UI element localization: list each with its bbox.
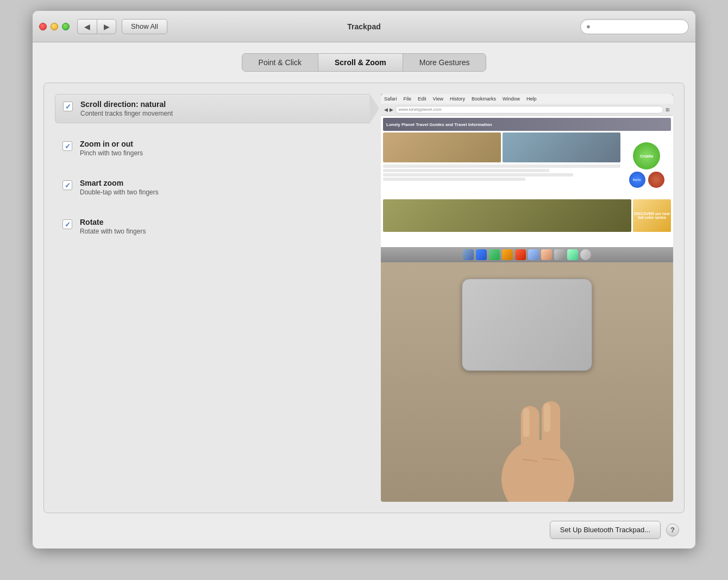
option-zoom-in-out[interactable]: Zoom in or out Pinch with two fingers	[55, 134, 370, 162]
trackpad-surface	[462, 279, 592, 371]
option-smart-zoom-subtitle: Double-tap with two fingers	[80, 188, 159, 196]
dock-icon-5	[515, 249, 526, 260]
fake-menu-history: History	[450, 96, 465, 102]
fake-menu-safari: Safari	[384, 96, 397, 102]
hand-illustration	[484, 377, 592, 502]
svg-rect-4	[544, 403, 551, 432]
options-panel: Scroll direction: natural Content tracks…	[55, 94, 370, 502]
checkbox-scroll-direction[interactable]	[63, 102, 73, 111]
fake-url-bar: www.lonelyplanet.com	[396, 106, 663, 114]
dock-icon-2	[476, 249, 487, 260]
option-smart-zoom[interactable]: Smart zoom Double-tap with two fingers	[55, 173, 370, 201]
option-rotate-subtitle: Rotate with two fingers	[80, 228, 146, 235]
dock-icon-6	[528, 249, 539, 260]
checkbox-smart-zoom[interactable]	[62, 180, 72, 190]
fake-circle-blue: Berlin	[629, 172, 645, 188]
option-rotate[interactable]: Rotate Rotate with two fingers	[55, 212, 370, 241]
search-input[interactable]	[593, 22, 685, 30]
dock-icon-7	[541, 249, 552, 260]
main-panel: Scroll direction: natural Content tracks…	[43, 83, 685, 513]
preview-panel: Safari File Edit View History Bookmarks …	[381, 94, 673, 502]
option-scroll-direction-title: Scroll direction: natural	[80, 100, 173, 109]
option-zoom-in-out-text: Zoom in or out Pinch with two fingers	[80, 140, 143, 157]
nav-buttons: ◀ ▶	[77, 19, 116, 34]
fake-menubar: Safari File Edit View History Bookmarks …	[381, 94, 673, 104]
fake-text-3	[383, 173, 573, 176]
tab-point-click[interactable]: Point & Click	[242, 54, 318, 71]
tab-scroll-zoom[interactable]: Scroll & Zoom	[318, 54, 403, 71]
fake-img-leopard	[383, 199, 631, 232]
maximize-button[interactable]	[62, 23, 70, 30]
show-all-button[interactable]: Show All	[122, 19, 167, 34]
dock-icon-9	[567, 249, 578, 260]
option-zoom-in-out-title: Zoom in or out	[80, 140, 143, 148]
traffic-lights	[39, 23, 70, 30]
dock-icon-3	[489, 249, 500, 260]
fake-banner-text: Lonely Planet Travel Guides and Travel I…	[386, 122, 492, 127]
setup-bluetooth-button[interactable]: Set Up Bluetooth Trackpad...	[550, 521, 661, 539]
help-button[interactable]: ?	[666, 524, 679, 537]
fake-bottom-row: DISCOVER our new full color series	[383, 199, 671, 232]
fake-left-col	[383, 133, 620, 198]
option-zoom-in-out-subtitle: Pinch with two fingers	[80, 149, 143, 157]
minimize-button[interactable]	[51, 23, 58, 30]
fake-toolbar: ◀ ▶ www.lonelyplanet.com ⊞	[381, 104, 673, 116]
svg-rect-3	[523, 408, 530, 437]
dock-icon-1	[463, 249, 474, 260]
checkbox-rotate[interactable]	[62, 219, 72, 229]
fake-menu-file: File	[404, 96, 412, 102]
option-scroll-direction-subtitle: Content tracks finger movement	[80, 110, 173, 117]
preview-trackpad	[381, 262, 673, 502]
fake-browser: Safari File Edit View History Bookmarks …	[381, 94, 673, 262]
preview-screen: Safari File Edit View History Bookmarks …	[381, 94, 673, 262]
dock-icon-4	[502, 249, 513, 260]
fake-ad: DISCOVER our new full color series	[633, 199, 671, 232]
dock-icon-8	[554, 249, 565, 260]
option-smart-zoom-text: Smart zoom Double-tap with two fingers	[80, 179, 159, 196]
search-box: ●	[580, 19, 689, 34]
back-button[interactable]: ◀	[77, 19, 97, 34]
option-rotate-text: Rotate Rotate with two fingers	[80, 218, 146, 235]
titlebar: ◀ ▶ Show All Trackpad ●	[33, 11, 695, 42]
fake-menu-help: Help	[526, 96, 537, 102]
tab-container: Point & Click Scroll & Zoom More Gesture…	[242, 53, 487, 72]
fake-menu-edit: Edit	[418, 96, 426, 102]
fake-url-text: www.lonelyplanet.com	[399, 107, 442, 112]
checkbox-zoom-in-out[interactable]	[62, 141, 72, 151]
fake-menu-bookmarks: Bookmarks	[472, 96, 496, 102]
fake-dock	[381, 247, 673, 262]
tab-more-gestures[interactable]: More Gestures	[403, 54, 486, 71]
fake-columns: Croatia Berlin	[383, 133, 671, 198]
option-rotate-title: Rotate	[80, 218, 146, 226]
option-scroll-direction-text: Scroll direction: natural Content tracks…	[80, 100, 173, 117]
fake-content: Lonely Planet Travel Guides and Travel I…	[381, 116, 673, 247]
fake-banner: Lonely Planet Travel Guides and Travel I…	[383, 118, 671, 131]
fake-menu-window: Window	[503, 96, 520, 102]
main-window: ◀ ▶ Show All Trackpad ● Point & Click Sc…	[33, 11, 695, 549]
content-area: Point & Click Scroll & Zoom More Gesture…	[33, 42, 695, 549]
fake-text-4	[383, 178, 525, 181]
dock-icon-10	[580, 249, 591, 260]
option-smart-zoom-title: Smart zoom	[80, 179, 159, 187]
fake-text-1	[383, 165, 620, 168]
fake-right-col: Croatia Berlin	[622, 133, 671, 198]
fake-menu-view: View	[433, 96, 443, 102]
fake-ad-text: DISCOVER our new full color series	[633, 211, 671, 220]
tabs-row: Point & Click Scroll & Zoom More Gesture…	[43, 53, 685, 72]
option-scroll-direction[interactable]: Scroll direction: natural Content tracks…	[55, 94, 370, 123]
search-icon: ●	[586, 22, 591, 30]
forward-button[interactable]: ▶	[97, 19, 116, 34]
bottom-bar: Set Up Bluetooth Trackpad... ?	[43, 513, 685, 543]
window-title: Trackpad	[347, 22, 380, 31]
close-button[interactable]	[39, 23, 47, 30]
fake-text-2	[383, 169, 549, 172]
fake-circle-green: Croatia	[633, 142, 660, 169]
